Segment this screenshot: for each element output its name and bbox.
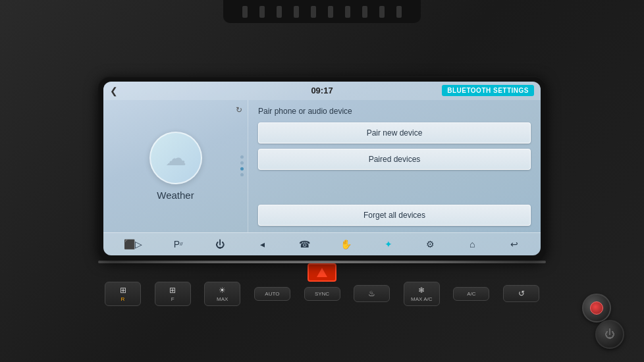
header-bar: ❮ 09:17 BLUETOOTH SETTINGS [103, 82, 541, 100]
hazard-triangle-icon [317, 268, 327, 277]
seat-heat-button[interactable]: ♨ [354, 285, 390, 302]
sync-label: SYNC [315, 291, 329, 297]
recirculate-icon: ↺ [518, 289, 525, 298]
main-screen: ❮ 09:17 BLUETOOTH SETTINGS ↻ ☁ Weather [103, 82, 541, 255]
toolbar: ⬛▷ P// ⏻ ◂ ☎ ✋ ✦ ⚙ ⌂ ↩ [103, 232, 541, 255]
parking-sensor-icon[interactable]: P// [169, 238, 188, 251]
power-icon[interactable]: ⏻ [211, 238, 229, 251]
weather-cloud-icon: ☁ [165, 145, 186, 170]
home-icon[interactable]: ⌂ [463, 238, 481, 251]
vent-slat [362, 6, 367, 18]
ac-button[interactable]: A/C [453, 287, 489, 301]
refresh-button[interactable]: ↻ [236, 105, 242, 115]
ac-label: A/C [467, 291, 475, 297]
scroll-dot [240, 161, 244, 165]
vehicle-settings-icon[interactable]: ⚙ [421, 238, 439, 251]
bottom-controls: ⊞ R ⊞ F ☀ MAX AUTO SYNC ♨ ❄ MAX A/C A/C … [98, 282, 546, 306]
main-content: ↻ ☁ Weather Pair phone or audio [103, 100, 541, 232]
max-ac-label: MAX A/C [411, 296, 432, 302]
weather-panel: ↻ ☁ Weather [103, 100, 248, 232]
vent-slat [242, 6, 248, 18]
navigation-icon[interactable]: ◂ [253, 238, 271, 251]
vent-slat [294, 6, 299, 18]
max-heat-label: MAX [217, 296, 228, 302]
phone-icon[interactable]: ☎ [295, 238, 313, 251]
vent-slat [277, 6, 282, 18]
vent-slat [259, 6, 265, 18]
power-knob[interactable]: ⏻ [595, 320, 624, 349]
scroll-dots [240, 155, 244, 176]
weather-icon-container: ☁ [149, 132, 202, 184]
front-defrost-label: F [171, 296, 174, 302]
ac-icon: ❄ [418, 286, 425, 295]
bluetooth-panel: Pair phone or audio device Pair new devi… [248, 100, 541, 232]
screen-bezel: ❮ 09:17 BLUETOOTH SETTINGS ↻ ☁ Weather [98, 76, 546, 261]
auto-label: AUTO [265, 291, 279, 297]
hazard-row [0, 263, 644, 282]
vent-slat [328, 6, 333, 18]
car-frame: ❮ 09:17 BLUETOOTH SETTINGS ↻ ☁ Weather [0, 0, 644, 362]
forget-all-devices-button[interactable]: Forget all devices [258, 205, 531, 226]
top-vent [223, 0, 421, 23]
bt-spacer [258, 175, 531, 199]
header-title-badge: BLUETOOTH SETTINGS [442, 85, 534, 96]
header-time: 09:17 [311, 86, 333, 95]
vent-slat [311, 6, 316, 18]
pair-label: Pair phone or audio device [258, 107, 531, 116]
hazard-button[interactable] [308, 263, 336, 282]
rear-defrost-button[interactable]: ⊞ R [105, 282, 141, 306]
auto-button[interactable]: AUTO [254, 287, 290, 301]
start-button[interactable] [582, 294, 611, 323]
start-button-inner [590, 301, 603, 315]
scroll-dot [240, 173, 244, 176]
seat-heat-icon: ♨ [368, 289, 375, 298]
pair-new-device-button[interactable]: Pair new device [258, 122, 531, 143]
front-defrost-button[interactable]: ⊞ F [155, 282, 191, 306]
power-symbol-icon: ⏻ [604, 328, 615, 340]
back-button[interactable]: ❮ [110, 86, 118, 96]
vent-slat [379, 6, 385, 18]
max-heat-button[interactable]: ☀ MAX [204, 282, 240, 306]
back-nav-icon[interactable]: ↩ [505, 238, 523, 251]
scroll-dot [240, 155, 244, 159]
weather-label: Weather [157, 190, 194, 201]
camera-icon[interactable]: ⬛▷ [121, 238, 146, 251]
media-icon[interactable]: ✋ [337, 238, 356, 251]
heat-icon: ☀ [219, 286, 226, 295]
rear-defrost-icon: ⊞ [120, 286, 126, 295]
vent-slat [345, 6, 350, 18]
header-left: ❮ [110, 86, 118, 96]
rear-defrost-label: R [121, 296, 125, 302]
scroll-dot-active [240, 167, 244, 170]
front-defrost-icon: ⊞ [169, 286, 176, 295]
vent-slat [396, 6, 402, 18]
paired-devices-button[interactable]: Paired devices [258, 149, 531, 170]
sync-button[interactable]: SYNC [304, 287, 340, 301]
bluetooth-icon[interactable]: ✦ [379, 238, 398, 251]
max-ac-button[interactable]: ❄ MAX A/C [404, 282, 440, 306]
recirculate-button[interactable]: ↺ [503, 285, 539, 302]
